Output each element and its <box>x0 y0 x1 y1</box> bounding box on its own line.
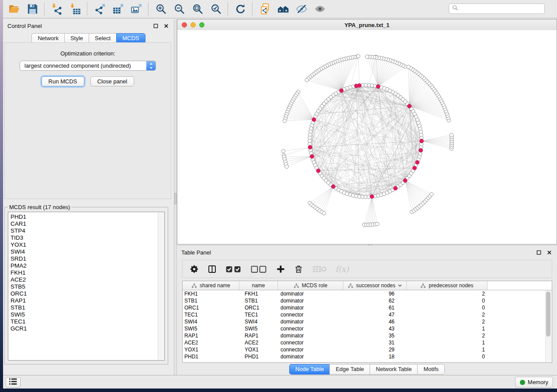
leaf-node[interactable] <box>365 55 369 58</box>
column-header-name[interactable]: name <box>239 281 278 290</box>
hide-selected-button[interactable] <box>294 2 309 17</box>
table-row[interactable]: TEC1TEC1connector472 <box>183 311 552 318</box>
table-row[interactable]: SWI5SWI5connector431 <box>183 325 552 332</box>
zoom-selected-button[interactable] <box>208 2 224 17</box>
mcds-hub-node[interactable] <box>310 155 314 158</box>
show-hide-columns-button[interactable] <box>206 263 218 275</box>
mcds-hub-node[interactable] <box>413 166 417 170</box>
mcds-result-item[interactable]: TEC1 <box>10 318 164 325</box>
table-mode-button[interactable] <box>188 263 200 275</box>
mcds-result-item[interactable]: STB1 <box>10 304 164 311</box>
deselect-all-rows-button[interactable] <box>249 263 268 275</box>
refresh-button[interactable] <box>232 2 248 17</box>
mcds-result-item[interactable]: GCR1 <box>10 325 164 332</box>
mcds-hub-node[interactable] <box>420 139 424 143</box>
mcds-hub-node[interactable] <box>408 104 412 108</box>
table-row[interactable]: FKH1FKH1dominator962 <box>183 290 552 297</box>
mcds-hub-node[interactable] <box>312 118 316 122</box>
add-column-button[interactable] <box>275 263 287 275</box>
mcds-result-item[interactable]: RAP1 <box>10 297 164 304</box>
leaf-node[interactable] <box>407 65 410 69</box>
window-zoom-button[interactable] <box>199 22 204 28</box>
vertical-splitter-handle[interactable] <box>174 193 176 204</box>
mcds-hub-node[interactable] <box>316 169 320 173</box>
mcds-result-item[interactable]: PHD1 <box>10 213 164 220</box>
window-minimize-button[interactable] <box>190 22 196 28</box>
vertical-splitter[interactable] <box>174 19 177 375</box>
delete-columns-button[interactable] <box>293 263 304 275</box>
float-table-panel-icon[interactable] <box>535 249 542 256</box>
float-panel-icon[interactable] <box>152 22 159 29</box>
tab-network-table[interactable]: Network Table <box>370 364 418 375</box>
mcds-hub-node[interactable] <box>339 89 343 93</box>
mcds-hub-node[interactable] <box>370 195 374 199</box>
close-panel-icon[interactable] <box>163 22 170 29</box>
mcds-hub-node[interactable] <box>354 84 358 88</box>
mcds-result-item[interactable]: YOX1 <box>10 241 164 248</box>
mcds-result-item[interactable]: CAR1 <box>10 220 164 227</box>
column-header-MCDS-role[interactable]: MCDS role <box>278 281 343 290</box>
result-list-scrollbar[interactable] <box>158 213 164 360</box>
show-all-button[interactable] <box>312 2 328 17</box>
mcds-hub-node[interactable] <box>394 186 398 190</box>
mcds-result-item[interactable]: SRD1 <box>10 255 164 262</box>
open-file-button[interactable] <box>6 2 22 17</box>
export-network-button[interactable] <box>92 2 107 17</box>
leaf-node[interactable] <box>322 211 325 215</box>
zoom-in-button[interactable] <box>153 2 169 17</box>
tab-motifs[interactable]: Motifs <box>417 364 445 375</box>
leaf-node[interactable] <box>285 165 288 168</box>
leaf-node[interactable] <box>281 149 285 153</box>
leaf-node[interactable] <box>305 78 308 82</box>
table-row[interactable]: RAP1RAP1dominator352 <box>183 332 552 339</box>
clone-network-button[interactable] <box>257 2 273 17</box>
table-row[interactable]: SWI4SWI4dominator462 <box>183 318 552 325</box>
table-scrollbar-thumb[interactable] <box>546 292 550 337</box>
mcds-result-item[interactable]: ORC1 <box>10 290 164 297</box>
select-all-rows-button[interactable] <box>224 263 243 275</box>
column-header-predecessor-nodes[interactable]: predecessor nodes <box>407 281 488 290</box>
leaf-node[interactable] <box>283 119 287 123</box>
tab-edge-table[interactable]: Edge Table <box>329 364 370 375</box>
run-mcds-button[interactable]: Run MCDS <box>42 76 84 86</box>
leaf-node[interactable] <box>450 133 453 137</box>
leaf-node[interactable] <box>356 55 360 58</box>
import-network-button[interactable] <box>49 2 65 17</box>
zoom-out-button[interactable] <box>171 2 187 17</box>
save-session-button[interactable] <box>24 2 40 17</box>
window-close-button[interactable] <box>182 22 187 28</box>
export-table-button[interactable] <box>110 2 126 17</box>
close-panel-button[interactable]: Close panel <box>90 76 135 86</box>
export-image-button[interactable] <box>128 2 144 17</box>
mcds-hub-node[interactable] <box>308 145 312 149</box>
table-row[interactable]: ACE2ACE2connector311 <box>183 339 552 346</box>
column-header-shared-name[interactable]: shared name <box>183 281 239 290</box>
mcds-hub-node[interactable] <box>403 179 407 182</box>
mcds-hub-node[interactable] <box>332 185 336 189</box>
leaf-node[interactable] <box>376 222 379 226</box>
table-scrollbar[interactable] <box>545 290 551 362</box>
mcds-hub-node[interactable] <box>376 85 380 89</box>
zoom-fit-button[interactable] <box>190 2 205 17</box>
column-header-successor-nodes[interactable]: successor nodes <box>343 281 407 290</box>
search-input[interactable] <box>460 4 544 13</box>
mcds-result-item[interactable]: SWI4 <box>10 248 164 255</box>
table-row[interactable]: YOX1YOX1connector291 <box>183 346 552 353</box>
table-row[interactable]: PHD1PHD1dominator180 <box>183 353 552 360</box>
table-row[interactable]: STB1STB1dominator620 <box>183 297 552 304</box>
mcds-result-item[interactable]: PMA2 <box>10 262 164 269</box>
mcds-result-item[interactable]: TID3 <box>10 234 164 241</box>
mcds-hub-node[interactable] <box>419 148 423 152</box>
leaf-node[interactable] <box>430 193 433 196</box>
task-history-button[interactable] <box>6 377 21 388</box>
memory-button[interactable]: Memory <box>515 377 553 388</box>
close-table-panel-icon[interactable] <box>546 249 553 256</box>
mcds-result-item[interactable]: STP4 <box>10 227 164 234</box>
import-table-button[interactable] <box>67 2 83 17</box>
optimization-criterion-select[interactable]: largest connected component (undirected) <box>20 61 156 71</box>
mcds-result-item[interactable]: FKH1 <box>10 269 164 276</box>
tab-node-table[interactable]: Node Table <box>289 364 330 375</box>
mcds-hub-node[interactable] <box>415 161 419 165</box>
mcds-result-item[interactable]: ACE2 <box>10 276 164 283</box>
first-neighbors-button[interactable] <box>275 2 291 17</box>
